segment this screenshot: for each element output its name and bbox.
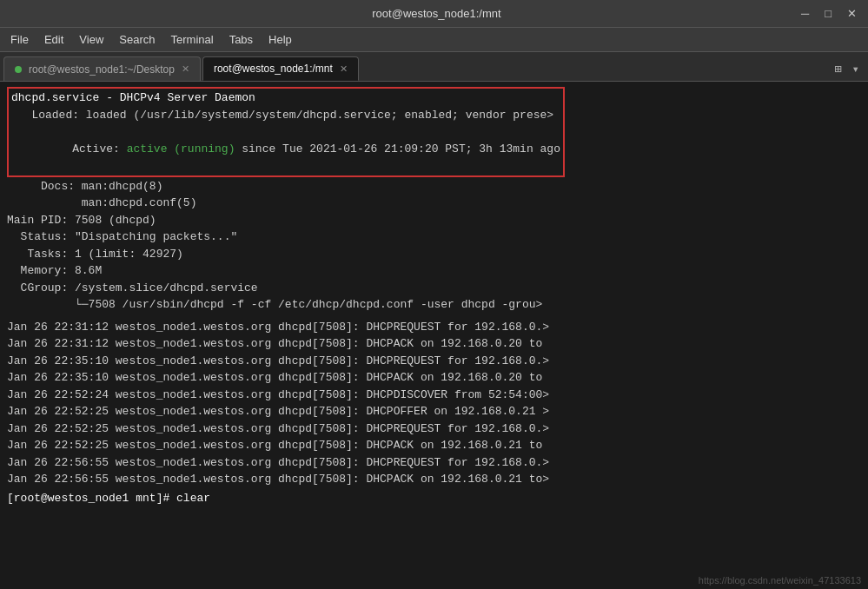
main-pid-line: Main PID: 7508 (dhcpd) [7,212,861,229]
tab-mnt-label: root@westos_node1:/mnt [214,63,333,75]
cgroup-line2: └─7508 /usr/sbin/dhcpd -f -cf /etc/dhcp/… [7,296,861,314]
menu-item-help[interactable]: Help [262,30,299,49]
log-entry-0: Jan 26 22:31:12 westos_node1.westos.org … [7,319,861,336]
tab-menu-icon[interactable]: ▾ [849,60,863,78]
status-line: Status: "Dispatching packets..." [7,228,861,246]
log-entry-6: Jan 26 22:52:25 westos_node1.westos.org … [7,420,861,438]
log-section: Jan 26 22:31:12 westos_node1.westos.org … [7,319,861,488]
prompt-line: [root@westos_node1 mnt]# clear [7,492,861,505]
tab-desktop-label: root@westos_node1:~/Desktop [29,63,175,76]
title-bar: root@westos_node1:/mnt ─ □ ✕ [0,0,868,28]
new-tab-icon[interactable]: ⊞ [831,60,845,78]
log-entry-8: Jan 26 22:56:55 westos_node1.westos.org … [7,454,861,472]
tasks-line: Tasks: 1 (limit: 42927) [7,246,861,263]
menu-item-file[interactable]: File [3,30,36,49]
close-button[interactable]: ✕ [843,5,861,22]
watermark: https://blog.csdn.net/weixin_47133613 [699,575,861,586]
tab-dot [15,66,22,73]
terminal[interactable]: dhcpd.service - DHCPv4 Server Daemon Loa… [0,82,868,589]
active-status: active (running) [127,142,235,156]
log-entry-7: Jan 26 22:52:25 westos_node1.westos.org … [7,437,861,454]
active-prefix: Active: [52,142,127,156]
menu-item-edit[interactable]: Edit [37,30,70,49]
service-status-block: dhcpd.service - DHCPv4 Server Daemon Loa… [7,87,565,177]
docs-line: Docs: man:dhcpd(8) [7,178,861,195]
active-line: Active: active (running) since Tue 2021-… [11,123,560,175]
docs-line2: man:dhcpd.conf(5) [7,195,861,212]
tab-desktop-close[interactable]: ✕ [182,63,189,75]
minimize-button[interactable]: ─ [797,5,813,22]
menu-item-tabs[interactable]: Tabs [222,30,260,49]
menu-item-search[interactable]: Search [112,30,162,49]
window-title: root@westos_node1:/mnt [76,7,797,20]
active-suffix: since Tue 2021-01-26 21:09:20 PST; 3h 13… [235,142,560,156]
log-entry-2: Jan 26 22:35:10 westos_node1.westos.org … [7,353,861,370]
memory-line: Memory: 8.6M [7,262,861,280]
log-entry-5: Jan 26 22:52:25 westos_node1.westos.org … [7,403,861,420]
maximize-button[interactable]: □ [820,5,836,22]
log-entry-1: Jan 26 22:31:12 westos_node1.westos.org … [7,335,861,353]
menu-item-terminal[interactable]: Terminal [164,30,221,49]
tab-bar: root@westos_node1:~/Desktop ✕ root@westo… [0,52,868,82]
menu-item-view[interactable]: View [72,30,110,49]
cgroup-line: CGroup: /system.slice/dhcpd.service [7,280,861,297]
menu-bar: FileEditViewSearchTerminalTabsHelp [0,28,868,52]
log-entry-9: Jan 26 22:56:55 westos_node1.westos.org … [7,471,861,488]
prompt-text: [root@westos_node1 mnt]# clear [7,492,210,505]
tab-mnt[interactable]: root@westos_node1:/mnt ✕ [202,56,359,81]
window-controls: ─ □ ✕ [797,5,861,22]
service-name-line: dhcpd.service - DHCPv4 Server Daemon [11,89,560,107]
tab-bar-actions: ⊞ ▾ [831,60,868,81]
loaded-line: Loaded: loaded (/usr/lib/systemd/system/… [11,107,560,124]
log-entry-3: Jan 26 22:35:10 westos_node1.westos.org … [7,369,861,387]
tab-desktop[interactable]: root@westos_node1:~/Desktop ✕ [3,56,201,81]
tab-mnt-close[interactable]: ✕ [340,63,348,75]
log-entry-4: Jan 26 22:52:24 westos_node1.westos.org … [7,387,861,404]
